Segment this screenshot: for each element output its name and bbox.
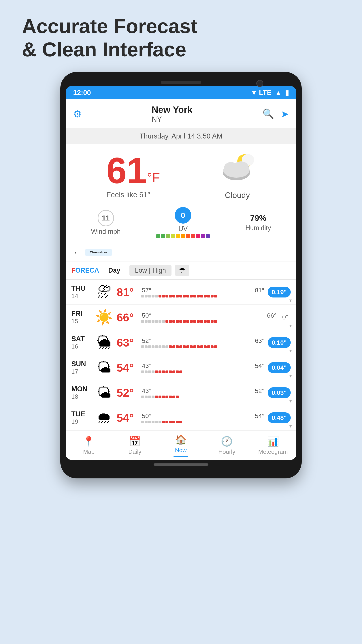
tab-rain[interactable]: ☂ <box>175 265 189 276</box>
daily-icon: 📅 <box>129 436 141 447</box>
bar-seg-gray <box>148 396 151 398</box>
bar-seg-red <box>186 346 189 348</box>
bar-seg-red <box>176 396 179 398</box>
location-icon[interactable]: ➤ <box>281 108 289 120</box>
bar-seg-red <box>197 346 200 348</box>
forecast-row[interactable]: MON 18 🌤 52° 43° 52° 0.03" <box>66 380 296 405</box>
high-temp: 63° <box>255 337 264 344</box>
bar-seg-gray <box>148 370 151 373</box>
bar-seg-gray <box>152 420 154 423</box>
bar-seg-red <box>211 346 214 348</box>
low-temp: 57° <box>142 287 151 294</box>
day-name: SUN <box>71 360 91 368</box>
nav-daily[interactable]: 📅 Daily <box>120 436 149 455</box>
forecast-row[interactable]: TUE 19 🌧 54° 50° 54° 0.48" <box>66 405 296 430</box>
bar-seg-red <box>193 295 196 298</box>
bar-seg-gray <box>155 346 158 348</box>
svg-point-7 <box>233 161 249 174</box>
bar-seg-gray <box>152 295 154 298</box>
uv-stat: 0 UV <box>156 207 210 238</box>
bar-seg-gray <box>141 320 144 323</box>
meteogram-icon: 📊 <box>267 436 279 447</box>
temp-bar <box>141 346 265 348</box>
bottom-nav: 📍 Map 📅 Daily 🏠 Now 🕐 Hourly 📊 Meteogram <box>66 430 296 460</box>
day-temperature: 66° <box>117 311 139 324</box>
bar-seg-red <box>162 420 165 423</box>
nav-map-label: Map <box>83 448 94 455</box>
weather-icon-small: ⛈ <box>94 284 114 300</box>
bar-seg-red <box>183 320 186 323</box>
day-column: SUN 17 <box>71 360 91 375</box>
bar-seg-red <box>176 346 179 348</box>
bar-seg-red <box>183 346 186 348</box>
bar-seg-red <box>158 370 161 373</box>
signal-icon: ▲ <box>275 89 282 97</box>
nav-now[interactable]: 🏠 Now <box>166 434 195 457</box>
bar-seg-red <box>155 396 158 398</box>
observations-tab[interactable]: Observations <box>85 249 112 256</box>
bar-seg-red <box>172 346 175 348</box>
hourly-icon: 🕐 <box>221 436 233 447</box>
weather-icon-small: 🌤 <box>94 359 114 376</box>
precip-badge: 0.19" <box>268 287 291 298</box>
day-number: 18 <box>71 393 91 400</box>
search-icon[interactable]: 🔍 <box>262 108 274 120</box>
wind-value: 11 <box>102 214 110 222</box>
forecast-row[interactable]: SUN 17 🌤 54° 43° 54° 0.04" <box>66 355 296 380</box>
date-bar: Thursday, April 14 3:50 AM <box>66 128 296 144</box>
temperature-display: 61°F <box>106 152 160 189</box>
temp-bar <box>141 396 265 398</box>
nav-meteogram[interactable]: 📊 Meteogram <box>258 436 288 455</box>
bar-seg-gray <box>141 346 144 348</box>
bar-seg-red <box>207 295 210 298</box>
humidity-value: 79% <box>250 214 266 223</box>
nav-now-label: Now <box>175 447 187 454</box>
back-button[interactable]: ← <box>73 248 81 257</box>
day-name: THU <box>71 284 91 292</box>
header-city: New York <box>152 104 192 115</box>
forecast-row[interactable]: FRI 15 ☀️ 66° 50° 66° 0" <box>66 304 296 330</box>
bar-seg-gray <box>148 295 151 298</box>
bar-seg-red <box>214 295 217 298</box>
forecast-row[interactable]: THU 14 ⛈ 81° 57° 81° 0.19" <box>66 280 296 304</box>
uv-seg-7 <box>186 234 190 238</box>
precip-badge: 0.03" <box>268 387 291 398</box>
uv-value: 0 <box>181 211 185 220</box>
uv-bar <box>156 234 210 238</box>
bar-seg-gray <box>148 346 151 348</box>
status-icons: ▾ LTE ▲ ▮ <box>252 89 289 97</box>
header-location: New York NY <box>152 104 192 123</box>
day-column: FRI 15 <box>71 310 91 325</box>
bar-seg-red <box>186 295 189 298</box>
low-high-section: 50° 66° <box>141 312 277 323</box>
low-temp: 43° <box>142 362 151 370</box>
high-temp: 52° <box>255 387 264 394</box>
tab-lowhigh[interactable]: Low | High <box>129 265 171 276</box>
low-high-values: 52° 63° <box>141 337 265 344</box>
bar-seg-red <box>165 295 168 298</box>
nav-hourly[interactable]: 🕐 Hourly <box>212 436 242 455</box>
humidity-stat: 79% Humidity <box>245 214 271 232</box>
bar-seg-red <box>162 396 165 398</box>
bar-seg-red <box>211 320 214 323</box>
bar-seg-red <box>172 370 175 373</box>
nav-map[interactable]: 📍 Map <box>74 436 103 455</box>
day-number: 14 <box>71 292 91 300</box>
day-column: SAT 16 <box>71 335 91 350</box>
tab-day[interactable]: Day <box>103 265 126 276</box>
forecast-row[interactable]: SAT 16 🌦 63° 52° 63° 0.10" <box>66 330 296 355</box>
status-time: 12:00 <box>73 89 91 97</box>
feels-like: Feels like 61° <box>106 191 150 199</box>
header-action-icons: 🔍 ➤ <box>262 108 289 120</box>
day-number: 19 <box>71 418 91 425</box>
bar-seg-gray <box>141 396 144 398</box>
settings-icon[interactable]: ⚙ <box>73 108 82 120</box>
bar-seg-gray <box>165 346 168 348</box>
bar-seg-red <box>176 420 179 423</box>
humidity-label: Humidity <box>245 224 271 232</box>
page-title: Accurate Forecast & Clean Interface <box>0 0 362 72</box>
low-temp: 52° <box>142 337 151 344</box>
bar-seg-red <box>207 346 210 348</box>
temp-bar <box>141 320 277 323</box>
high-temp: 66° <box>267 312 277 319</box>
